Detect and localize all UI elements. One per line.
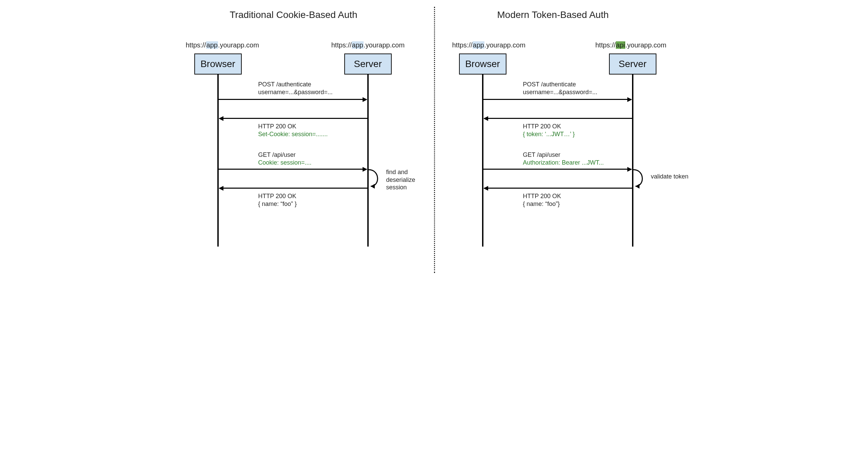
right-m3-label: GET /api/user Authorization: Bearer ...J… (523, 151, 604, 166)
url-prefix: https:// (595, 41, 616, 49)
left-arrow-m1 (219, 99, 367, 100)
right-arrow-m1 (483, 99, 631, 100)
msg-line: { name: “foo”} (523, 200, 561, 208)
left-server-note: find and deserialize session (386, 168, 424, 191)
left-arrow-m4 (219, 188, 367, 189)
msg-line: POST /authenticate (258, 81, 333, 88)
right-m1-label: POST /authenticate username=...&password… (523, 81, 598, 96)
right-arrow-m3 (483, 169, 631, 170)
url-highlight-app: app (206, 41, 218, 49)
msg-line: username=...&password=... (523, 88, 598, 96)
svg-marker-1 (635, 184, 639, 189)
url-highlight-api: api (616, 41, 626, 49)
right-title: Modern Token-Based Auth (497, 9, 609, 20)
msg-line: GET /api/user (258, 151, 312, 159)
actor-label: Server (354, 59, 382, 69)
left-browser-url: https://app.yourapp.com (186, 41, 259, 49)
left-server-actor: Server (344, 54, 392, 75)
right-arrow-m4 (484, 188, 632, 189)
left-browser-actor: Browser (194, 54, 242, 75)
url-suffix: .yourapp.com (218, 41, 259, 49)
msg-line: POST /authenticate (523, 81, 598, 88)
msg-line: HTTP 200 OK (258, 192, 297, 200)
left-browser-lifeline (217, 75, 219, 247)
msg-line-highlight: { token: ‘...JWT…’ } (523, 130, 575, 138)
right-browser-actor: Browser (459, 54, 506, 75)
actor-label: Browser (465, 59, 500, 69)
right-m4-label: HTTP 200 OK { name: “foo”} (523, 192, 561, 208)
url-prefix: https:// (331, 41, 352, 49)
right-m2-label: HTTP 200 OK { token: ‘...JWT…’ } (523, 123, 575, 138)
url-suffix: .yourapp.com (364, 41, 405, 49)
left-title: Traditional Cookie-Based Auth (230, 9, 357, 20)
right-browser-lifeline (482, 75, 483, 247)
left-server-selfloop (369, 169, 386, 190)
url-suffix: .yourapp.com (484, 41, 525, 49)
actor-label: Browser (200, 59, 235, 69)
left-server-lifeline (367, 75, 369, 247)
left-m4-label: HTTP 200 OK { name: “foo” } (258, 192, 297, 208)
left-server-url: https://app.yourapp.com (331, 41, 405, 49)
svg-marker-0 (371, 184, 375, 189)
url-prefix: https:// (452, 41, 473, 49)
left-arrow-m3 (219, 169, 367, 170)
left-arrow-m2 (219, 118, 367, 119)
left-m2-label: HTTP 200 OK Set-Cookie: session=....... (258, 123, 328, 138)
left-m3-label: GET /api/user Cookie: session=.... (258, 151, 312, 166)
right-arrow-m2 (484, 118, 632, 119)
right-server-note: validate token (651, 173, 689, 181)
msg-line: HTTP 200 OK (523, 192, 561, 200)
url-prefix: https:// (186, 41, 206, 49)
actor-label: Server (619, 59, 646, 69)
right-server-lifeline (632, 75, 633, 247)
panel-divider (434, 7, 435, 273)
left-m1-label: POST /authenticate username=...&password… (258, 81, 333, 96)
url-highlight-app: app (352, 41, 364, 49)
right-browser-url: https://app.yourapp.com (452, 41, 526, 49)
msg-line: HTTP 200 OK (258, 123, 328, 130)
msg-line-highlight: Set-Cookie: session=....... (258, 130, 328, 138)
msg-line-highlight: Authorization: Bearer ...JWT... (523, 159, 604, 167)
msg-line: GET /api/user (523, 151, 604, 159)
diagram-canvas: Traditional Cookie-Based Auth https://ap… (172, 0, 696, 280)
right-server-selfloop (633, 169, 650, 190)
msg-line: { name: “foo” } (258, 200, 297, 208)
url-suffix: .yourapp.com (625, 41, 666, 49)
right-server-url: https://api.yourapp.com (595, 41, 667, 49)
right-server-actor: Server (609, 54, 656, 75)
msg-line: username=...&password=... (258, 88, 333, 96)
msg-line: HTTP 200 OK (523, 123, 575, 130)
msg-line-highlight: Cookie: session=.... (258, 159, 312, 167)
url-highlight-app: app (473, 41, 484, 49)
